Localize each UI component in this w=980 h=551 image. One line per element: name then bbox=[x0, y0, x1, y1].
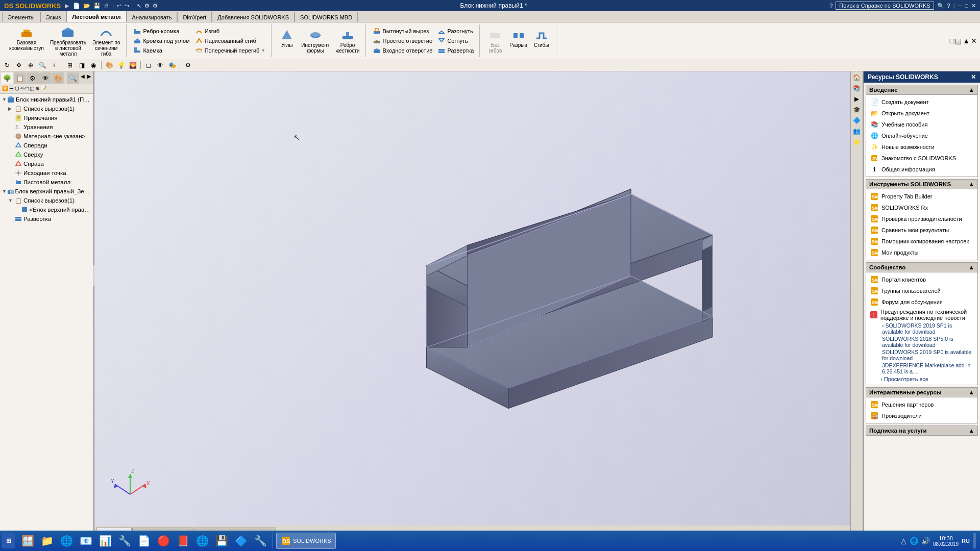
rit-tutorials[interactable]: 🎓 bbox=[852, 105, 862, 115]
new-icon[interactable]: 📄 bbox=[73, 3, 80, 9]
news-item-4[interactable]: 3DEXPERIENCE Marketplace add-in 6.26.451… bbox=[880, 362, 975, 375]
rp-item-my-products[interactable]: SW Мои продукты bbox=[868, 247, 975, 258]
rp-item-open[interactable]: 📂 Открыть документ bbox=[868, 108, 975, 119]
louver-btn[interactable]: Входное отверстие bbox=[371, 46, 434, 55]
hem-btn[interactable]: Каемка bbox=[132, 46, 191, 55]
rit-subscription[interactable]: ⭐ bbox=[852, 137, 862, 147]
rp-item-partners[interactable]: SW Решения партнеров bbox=[868, 399, 975, 410]
extruded-cut-btn[interactable]: Вытянутый вырез bbox=[371, 27, 434, 36]
tree-nav-left[interactable]: ◀ bbox=[80, 72, 86, 84]
rib-btn[interactable]: Реброжесткости bbox=[333, 27, 361, 55]
redo-icon[interactable]: ↪ bbox=[125, 3, 129, 9]
taskbar-red-btn[interactable]: 🔴 bbox=[154, 532, 173, 550]
section-tools-header[interactable]: Инструменты SOLIDWORKS ▲ bbox=[866, 179, 978, 189]
property-tab[interactable]: 📋 bbox=[14, 72, 26, 84]
drawn-bend-btn[interactable]: Нарисованный сгиб bbox=[193, 36, 267, 45]
flat-pattern-btn[interactable]: Развертка bbox=[436, 46, 475, 55]
config-tab[interactable]: ⚙ bbox=[27, 72, 39, 84]
tree-right-plane[interactable]: Справа bbox=[1, 159, 92, 168]
view-all-link[interactable]: › Просмотреть все bbox=[868, 375, 975, 383]
tree-cut-list[interactable]: ▶ 📋 Список вырезов(1) bbox=[1, 104, 92, 113]
search-btn[interactable]: 🔍 bbox=[937, 3, 944, 9]
filter-all-icon[interactable]: ☰ bbox=[9, 86, 14, 91]
zoom-in-btn[interactable]: + bbox=[49, 60, 59, 70]
tree-sheet-metal[interactable]: Листовой металл bbox=[1, 178, 92, 187]
zoom-extents-btn[interactable]: ⊕ bbox=[26, 60, 36, 70]
unfold-btn[interactable]: Разогнуть bbox=[436, 27, 475, 36]
hide-show-btn[interactable]: 👁 bbox=[155, 60, 165, 70]
start-button[interactable]: ⊞ bbox=[2, 533, 15, 548]
section-subscription-header[interactable]: Подписка на услуги ▲ bbox=[866, 425, 978, 436]
collapse-ribbon-btn[interactable]: ▲ bbox=[963, 37, 970, 45]
view-settings-btn[interactable]: ⚙ bbox=[183, 60, 193, 70]
display-tab[interactable]: 👁 bbox=[39, 72, 52, 84]
undo-icon[interactable]: ↩ bbox=[117, 3, 121, 9]
bends-btn[interactable]: Сгибы bbox=[531, 27, 552, 49]
help-btn[interactable]: ? bbox=[947, 3, 950, 9]
rp-item-general-info[interactable]: ℹ Общая информация bbox=[868, 164, 975, 175]
section-community-header[interactable]: Сообщество ▲ bbox=[866, 262, 978, 272]
tree-equations[interactable]: Σ Уравнения bbox=[1, 122, 92, 132]
tree-body[interactable]: <Блок верхний правый>- bbox=[1, 205, 92, 214]
tab-addins[interactable]: Добавления SOLIDWORKS bbox=[212, 12, 295, 22]
minimize-btn[interactable]: ─ bbox=[958, 3, 962, 9]
render-btn[interactable]: 🎨 bbox=[104, 60, 114, 70]
simple-hole-btn[interactable]: Простое отверстие bbox=[371, 36, 434, 45]
rit-videos[interactable]: ▶ bbox=[852, 94, 862, 104]
search-box[interactable]: Поиск в Справке по SOLIDWORKS bbox=[836, 2, 934, 10]
taskbar-doc-btn[interactable]: 📄 bbox=[135, 532, 153, 550]
rp-item-settings-copy[interactable]: SW Помощник копирования настроек bbox=[868, 236, 975, 247]
appearance-tab2[interactable]: 🎨 bbox=[52, 72, 64, 84]
show-desktop-btn[interactable] bbox=[973, 533, 976, 548]
tab-mbd[interactable]: SOLIDWORKS MBD bbox=[295, 12, 358, 22]
rp-item-compare[interactable]: SW Сравнить мои результаты bbox=[868, 224, 975, 236]
rp-item-client-portal[interactable]: SW Портал клиентов bbox=[868, 274, 975, 285]
taskbar-solidworks-app[interactable]: DS SOLIDWORKS bbox=[276, 533, 336, 549]
base-flange-btn[interactable]: Базоваякромка/выступ bbox=[7, 24, 46, 52]
filter-bodies-icon[interactable]: □ bbox=[26, 86, 29, 91]
news-item-2[interactable]: SOLIDWORKS 2018 SP5.0 is available for d… bbox=[880, 335, 975, 348]
maximize-btn[interactable]: □ bbox=[965, 3, 968, 9]
zoom-window-btn[interactable]: 🔍 bbox=[37, 60, 47, 70]
feature-tree-tab[interactable]: 🌳 bbox=[1, 72, 13, 84]
rit-help[interactable]: 📚 bbox=[852, 83, 862, 93]
filter-features-icon[interactable]: ⬡ bbox=[15, 86, 19, 91]
close-window-btn[interactable]: ✕ bbox=[971, 37, 977, 45]
form-tool-btn[interactable]: Инструментформы bbox=[299, 27, 331, 55]
tree-root[interactable]: ▼ Блок нижний правый1 (По умолчанию) bbox=[1, 95, 92, 104]
filter-sketches-icon[interactable]: ✏ bbox=[20, 86, 24, 91]
display-mode-btn[interactable]: ◉ bbox=[88, 60, 99, 70]
view-orient-btn[interactable]: ⊞ bbox=[65, 60, 75, 70]
rit-community[interactable]: 👥 bbox=[852, 126, 862, 136]
tab-dimxpert[interactable]: DimXpert bbox=[177, 12, 212, 22]
taskbar-email-btn[interactable]: 📧 bbox=[77, 532, 95, 550]
taskbar-cfg-btn[interactable]: 🔧 bbox=[251, 532, 270, 550]
tab-sketch[interactable]: Эскиз bbox=[40, 12, 66, 22]
rit-resources[interactable]: 🔷 bbox=[852, 115, 862, 126]
tree-top-plane[interactable]: Сверху bbox=[1, 150, 92, 159]
rp-item-user-groups[interactable]: SW Группы пользователей bbox=[868, 285, 975, 296]
filter-annot-icon[interactable]: 📝 bbox=[40, 86, 46, 91]
rp-item-new-features[interactable]: ✨ Новые возможности bbox=[868, 141, 975, 153]
filter-axes-icon[interactable]: ⊕ bbox=[35, 86, 39, 91]
print-icon[interactable]: 🖨 bbox=[104, 3, 109, 9]
lighting-btn[interactable]: 💡 bbox=[116, 60, 126, 70]
taskbar-win-btn[interactable]: 🪟 bbox=[18, 532, 37, 550]
rp-item-perf-check[interactable]: SW Проверка производительности bbox=[868, 213, 975, 224]
tray-volume[interactable]: 🔊 bbox=[921, 537, 930, 545]
miter-flange-btn[interactable]: Кромка под углом bbox=[132, 36, 191, 45]
open-icon[interactable]: 📂 bbox=[83, 3, 90, 9]
rotate-view-btn[interactable]: ↻ bbox=[2, 60, 12, 70]
tree-origin[interactable]: Исходная точка bbox=[1, 168, 92, 178]
tree-cut-list2[interactable]: ▼ 📋 Список вырезов(1) bbox=[1, 196, 92, 205]
dock-btn[interactable]: ▤ bbox=[955, 37, 962, 45]
news-item-1[interactable]: › SOLIDWORKS 2019 SP1 is available for d… bbox=[880, 322, 975, 335]
rp-item-online[interactable]: 🌐 Онлайн-обучение bbox=[868, 130, 975, 141]
locale-indicator[interactable]: RU bbox=[962, 538, 970, 544]
news-item-3[interactable]: SOLIDWORKS 2019 SP0 is available for dow… bbox=[880, 348, 975, 362]
corners-btn[interactable]: Углы bbox=[277, 27, 297, 49]
rebuild-icon[interactable]: ⚙ bbox=[144, 3, 150, 9]
tree-material[interactable]: Материал <не указан> bbox=[1, 132, 92, 141]
section-intro-header[interactable]: Введение ▲ bbox=[866, 85, 978, 95]
right-panel-close[interactable]: ✕ bbox=[971, 73, 976, 81]
